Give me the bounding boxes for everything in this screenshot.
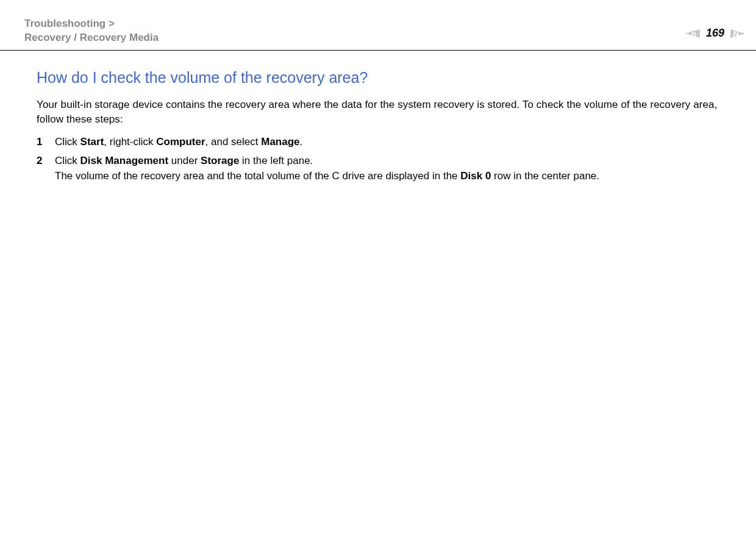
step-text: , and select (205, 136, 262, 148)
step-bold: Disk 0 (460, 170, 491, 182)
step-text: under (168, 155, 201, 166)
breadcrumb-category: Troubleshooting > (24, 17, 159, 31)
triangle-right-icon (730, 29, 745, 38)
intro-paragraph: Your built-in storage device contains th… (37, 98, 726, 127)
step-number: 1 (37, 135, 55, 150)
page-header: Troubleshooting > Recovery / Recovery Me… (0, 0, 756, 51)
page-number: 169 (704, 27, 727, 40)
page-content: How do I check the volume of the recover… (0, 51, 756, 184)
step-text: Click (55, 136, 80, 148)
page-navigation: n 169 N (685, 27, 745, 40)
step-bold: Manage (261, 136, 299, 148)
step-text: Click (55, 155, 80, 166)
step-text: . (300, 136, 303, 148)
step-text: The volume of the recovery area and the … (55, 170, 460, 182)
breadcrumb-topic: Recovery / Recovery Media (24, 31, 159, 45)
section-heading: How do I check the volume of the recover… (37, 69, 726, 87)
step-number: 2 (37, 154, 55, 183)
step-body: Click Start, right-click Computer, and s… (55, 135, 726, 150)
step-bold: Computer (156, 136, 205, 148)
step-body: Click Disk Management under Storage in t… (55, 154, 726, 183)
step-item: 1 Click Start, right-click Computer, and… (37, 135, 726, 150)
step-bold: Disk Management (80, 155, 169, 166)
prev-page-button[interactable]: n (685, 29, 700, 38)
step-bold: Storage (201, 155, 239, 166)
step-item: 2 Click Disk Management under Storage in… (37, 154, 726, 183)
steps-list: 1 Click Start, right-click Computer, and… (37, 135, 726, 183)
step-text: row in the center pane. (491, 170, 599, 182)
breadcrumb: Troubleshooting > Recovery / Recovery Me… (24, 17, 159, 45)
next-page-button[interactable]: N (730, 29, 745, 38)
triangle-left-icon (685, 29, 700, 38)
step-text: , right-click (104, 136, 156, 148)
step-text: in the left pane. (239, 155, 313, 166)
step-bold: Start (80, 136, 104, 148)
step-extra-line: The volume of the recovery area and the … (55, 169, 726, 184)
